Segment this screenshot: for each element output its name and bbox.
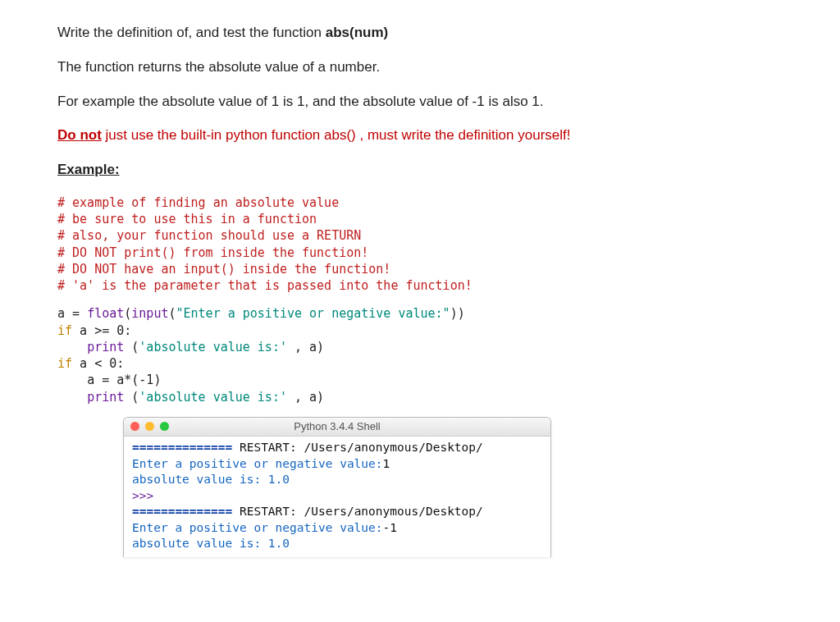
- shell-output-line: absolute value is: 1.0: [132, 537, 290, 550]
- code-func: input: [131, 306, 168, 321]
- shell-separator: ==============: [132, 441, 240, 454]
- code-cond: a < 0:: [80, 356, 124, 371]
- code-op: =: [65, 306, 87, 321]
- code-assign: a = a*(-1): [87, 373, 161, 387]
- space: [72, 323, 80, 338]
- code-args: , a): [287, 340, 324, 354]
- comment-line: # also, your function should use a RETUR…: [57, 228, 361, 243]
- comment-line: # 'a' is the parameter that is passed in…: [57, 278, 472, 293]
- comment-block: # example of finding an absolute value #…: [57, 194, 783, 295]
- code-string: "Enter a positive or negative value:": [176, 306, 450, 321]
- shell-chevron: >>>: [132, 489, 161, 502]
- comment-line: # be sure to use this in a function: [57, 212, 317, 226]
- code-string: 'absolute value is:': [139, 340, 287, 354]
- instruction-line-2: The function returns the absolute value …: [57, 57, 783, 77]
- shell-window: Python 3.4.4 Shell ============== RESTAR…: [123, 417, 551, 557]
- comment-line: # DO NOT have an input() inside the func…: [57, 262, 390, 277]
- shell-input: 1: [383, 457, 390, 470]
- code-string: 'absolute value is:': [139, 390, 287, 405]
- shell-output-line: absolute value is: 1.0: [132, 473, 290, 486]
- code-keyword: if: [57, 356, 72, 371]
- shell-output: ============== RESTART: /Users/anonymous…: [124, 437, 550, 557]
- code-func: print: [87, 340, 131, 354]
- shell-separator: ==============: [132, 505, 240, 518]
- text: Write the definition of, and test the fu…: [57, 25, 326, 40]
- instruction-line-1: Write the definition of, and test the fu…: [57, 23, 783, 43]
- code-paren: (: [131, 340, 139, 354]
- warning-line: Do not just use the built-in python func…: [57, 126, 783, 145]
- code-var: a: [57, 306, 65, 321]
- code-paren: (: [131, 390, 139, 405]
- window-title: Python 3.4.4 Shell: [124, 420, 550, 432]
- comment-line: # DO NOT print() from inside the functio…: [57, 245, 368, 260]
- comment-line: # example of finding an absolute value: [57, 195, 339, 210]
- instruction-line-3: For example the absolute value of 1 is 1…: [57, 92, 783, 112]
- space: [72, 356, 80, 371]
- shell-path: /Users/anonymous/Desktop/: [304, 441, 483, 454]
- example-label: Example:: [57, 162, 120, 177]
- example-heading: Example:: [57, 160, 783, 180]
- code-block: a = float(input("Enter a positive or neg…: [57, 305, 783, 405]
- shell-input: -1: [383, 521, 397, 534]
- indent: [57, 390, 87, 405]
- warning-text: just use the built-in python function ab…: [102, 127, 571, 143]
- indent: [57, 373, 87, 387]
- shell-prompt: Enter a positive or negative value:: [132, 457, 383, 470]
- code-paren: )): [450, 306, 465, 321]
- shell-restart: RESTART:: [240, 505, 304, 518]
- do-not-label: Do not: [57, 127, 102, 143]
- code-func: print: [87, 390, 131, 405]
- indent: [57, 340, 87, 354]
- code-cond: a >= 0:: [80, 323, 131, 338]
- shell-path: /Users/anonymous/Desktop/: [304, 505, 483, 518]
- code-func: float: [87, 306, 124, 321]
- code-args: , a): [287, 390, 324, 405]
- shell-prompt: Enter a positive or negative value:: [132, 521, 383, 534]
- code-keyword: if: [57, 323, 72, 338]
- code-paren: (: [124, 306, 131, 321]
- code-paren: (: [168, 306, 176, 321]
- titlebar: Python 3.4.4 Shell: [124, 418, 550, 437]
- function-name: abs(num): [326, 25, 389, 40]
- shell-restart: RESTART:: [240, 441, 304, 454]
